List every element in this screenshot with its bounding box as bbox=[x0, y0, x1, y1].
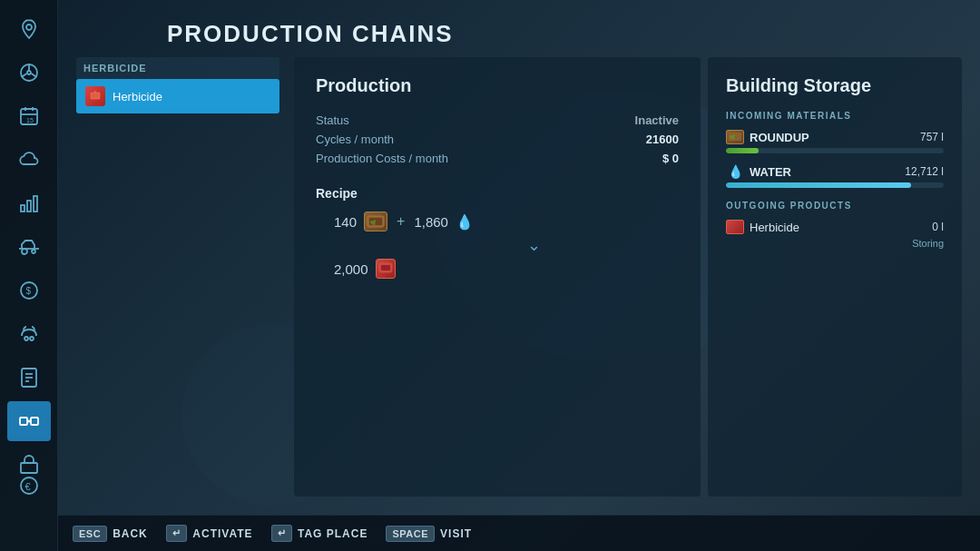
outgoing-item-herbicide-name: Herbicide bbox=[726, 220, 799, 234]
storage-item-water: 💧 Water 12,712 l bbox=[726, 164, 944, 188]
water-amount: 12,712 l bbox=[905, 165, 944, 178]
water-bar-fill bbox=[726, 182, 911, 188]
svg-rect-32 bbox=[91, 93, 100, 99]
chain-item-label: Herbicide bbox=[113, 90, 162, 103]
svg-rect-38 bbox=[381, 265, 390, 271]
svg-text:🌿: 🌿 bbox=[730, 134, 736, 141]
water-name: Water bbox=[750, 165, 791, 179]
hotkey-tagplace[interactable]: ↵ TAG PLACE bbox=[271, 525, 368, 542]
stat-row-cycles: Cycles / month 21600 bbox=[316, 130, 679, 149]
storage-panel: Building Storage INCOMING MATERIALS 🌿 RO… bbox=[708, 57, 962, 497]
svg-rect-25 bbox=[20, 418, 27, 425]
sidebar-item-overview[interactable] bbox=[7, 53, 51, 93]
hotkey-esc-badge: ESC bbox=[73, 526, 107, 542]
water-icon: 💧 bbox=[726, 164, 744, 179]
storage-item-roundup-name: 🌿 ROUNDUP bbox=[726, 130, 809, 144]
production-stats: Status Inactive Cycles / month 21600 Pro… bbox=[316, 111, 679, 168]
stat-row-costs: Production Costs / month $ 0 bbox=[316, 149, 679, 168]
svg-rect-26 bbox=[31, 418, 38, 425]
water-bar bbox=[726, 182, 944, 188]
content-area: HERBICIDE Herbicide Production Status In… bbox=[58, 57, 980, 515]
water-drop-icon: 💧 bbox=[456, 213, 474, 231]
chain-icon-herbicide bbox=[85, 86, 105, 106]
hotkey-back[interactable]: ESC BACK bbox=[73, 526, 148, 542]
roundup-bar bbox=[726, 148, 944, 153]
production-panel-title: Production bbox=[316, 75, 679, 96]
chains-section-label: HERBICIDE bbox=[76, 57, 279, 79]
svg-text:€: € bbox=[24, 481, 30, 492]
storing-label: Storing bbox=[726, 238, 944, 249]
sidebar-item-vehicles[interactable] bbox=[7, 227, 51, 267]
svg-point-0 bbox=[26, 25, 32, 30]
svg-point-19 bbox=[24, 337, 28, 340]
stat-row-status: Status Inactive bbox=[316, 111, 679, 130]
production-panel: Production Status Inactive Cycles / mont… bbox=[294, 57, 701, 497]
svg-point-20 bbox=[30, 337, 34, 340]
costs-value: $ 0 bbox=[662, 152, 679, 165]
svg-text:🌿: 🌿 bbox=[370, 220, 377, 226]
ingredient1-icon: 🌿 bbox=[364, 212, 387, 231]
recipe-section: Recipe 140 🌿 + 1,860 💧 ⌄ bbox=[316, 186, 679, 279]
main-content: PRODUCTION CHAINS HERBICIDE Herbicide Pr… bbox=[58, 0, 980, 515]
sidebar-item-stats[interactable] bbox=[7, 183, 51, 223]
hotkey-visit[interactable]: SPACE VISIT bbox=[386, 526, 472, 542]
storage-title: Building Storage bbox=[726, 75, 944, 96]
sidebar-item-calendar[interactable]: 15 bbox=[7, 96, 51, 136]
output-amount: 2,000 bbox=[334, 261, 368, 277]
sidebar: 15 $ € bbox=[0, 0, 58, 551]
recipe-ingredients-row: 140 🌿 + 1,860 💧 bbox=[316, 212, 679, 231]
sidebar-item-map[interactable] bbox=[7, 9, 51, 49]
svg-point-2 bbox=[27, 71, 31, 74]
hotkey-back-label: BACK bbox=[113, 527, 148, 540]
outgoing-label: OUTGOING PRODUCTS bbox=[726, 201, 944, 211]
cycles-value: 21600 bbox=[646, 133, 679, 146]
page-title: PRODUCTION CHAINS bbox=[58, 0, 980, 57]
sidebar-item-shop[interactable]: € bbox=[7, 466, 51, 506]
svg-rect-12 bbox=[27, 201, 31, 212]
chains-panel: HERBICIDE Herbicide bbox=[76, 57, 294, 497]
status-value: Inactive bbox=[635, 113, 679, 127]
herbicide-output-icon bbox=[726, 220, 744, 234]
status-label: Status bbox=[316, 113, 349, 127]
svg-point-28 bbox=[27, 420, 30, 423]
storage-item-water-header: 💧 Water 12,712 l bbox=[726, 164, 944, 179]
arrow-down-icon: ⌄ bbox=[316, 231, 679, 259]
roundup-icon: 🌿 bbox=[726, 130, 744, 144]
incoming-label: INCOMING MATERIALS bbox=[726, 111, 944, 121]
sidebar-item-finance[interactable]: $ bbox=[7, 271, 51, 310]
storage-item-roundup: 🌿 ROUNDUP 757 l bbox=[726, 130, 944, 153]
sidebar-item-animals[interactable] bbox=[7, 314, 51, 354]
hotkey-tagplace-label: TAG PLACE bbox=[298, 527, 368, 540]
svg-point-15 bbox=[32, 250, 35, 253]
costs-label: Production Costs / month bbox=[316, 152, 448, 165]
hotkey-visit-label: VISIT bbox=[440, 527, 472, 540]
sidebar-item-production[interactable] bbox=[7, 401, 51, 441]
outgoing-section: OUTGOING PRODUCTS Herbicide 0 l Storing bbox=[726, 201, 944, 249]
ingredient2-amount: 1,860 bbox=[414, 214, 448, 230]
cycles-label: Cycles / month bbox=[316, 133, 394, 146]
roundup-amount: 757 l bbox=[920, 131, 944, 143]
storage-item-water-name: 💧 Water bbox=[726, 164, 791, 179]
bottom-bar: ESC BACK ↵ ACTIVATE ↵ TAG PLACE SPACE VI… bbox=[58, 515, 980, 551]
svg-rect-11 bbox=[21, 205, 24, 212]
recipe-output-row: 2,000 bbox=[316, 259, 679, 279]
svg-text:$: $ bbox=[25, 286, 31, 296]
outgoing-herbicide-label: Herbicide bbox=[750, 221, 799, 234]
ingredient1-amount: 140 bbox=[334, 214, 357, 230]
hotkey-activate[interactable]: ↵ ACTIVATE bbox=[166, 525, 253, 542]
storage-item-roundup-header: 🌿 ROUNDUP 757 l bbox=[726, 130, 944, 144]
hotkey-enter-badge2: ↵ bbox=[271, 525, 293, 542]
outgoing-herbicide-amount: 0 l bbox=[932, 221, 944, 233]
chain-item-herbicide[interactable]: Herbicide bbox=[76, 79, 279, 113]
recipe-label: Recipe bbox=[316, 186, 679, 201]
roundup-bar-fill bbox=[726, 148, 759, 153]
sidebar-item-weather[interactable] bbox=[7, 140, 51, 180]
plus-sign: + bbox=[397, 213, 405, 230]
output-icon bbox=[376, 259, 396, 279]
hotkey-space-badge: SPACE bbox=[386, 526, 435, 542]
hotkey-activate-label: ACTIVATE bbox=[192, 527, 252, 540]
roundup-name: ROUNDUP bbox=[750, 131, 809, 144]
sidebar-item-contracts[interactable] bbox=[7, 358, 51, 398]
svg-text:15: 15 bbox=[26, 117, 34, 123]
hotkey-enter-badge1: ↵ bbox=[166, 525, 188, 542]
